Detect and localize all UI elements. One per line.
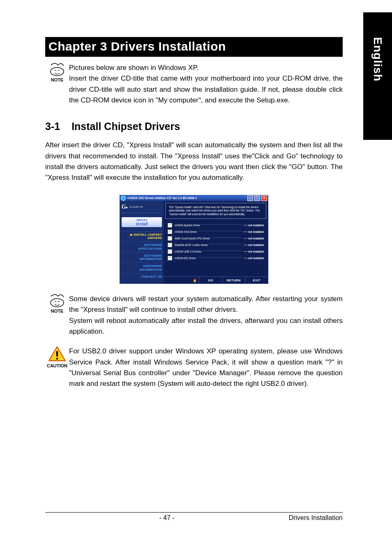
checkbox[interactable]: ✓ — [168, 243, 172, 247]
checkbox[interactable]: ✓ — [168, 256, 172, 260]
driver-row: ✓nVIDIA VGA Drivernot installed — [168, 230, 264, 234]
maximize-button[interactable]: □ — [254, 195, 260, 201]
return-button[interactable]: RETURN — [222, 277, 245, 283]
chapter-heading: Chapter 3 Drivers Installation — [45, 37, 343, 57]
exit-button[interactable]: EXIT — [245, 277, 268, 283]
xpress-install-badge: Xpress install — [122, 217, 162, 227]
brand-logo: G▸ GIGABYTE — [122, 201, 162, 213]
section-body-text: After insert the driver CD, "Xpress Inst… — [45, 140, 343, 183]
language-label: English — [371, 37, 384, 81]
driver-row: ✓AMD Cool'n'Quiet CPU Drivernot installe… — [168, 236, 264, 241]
intro-note-text: Pictures below are shown in Windows XP. … — [69, 63, 343, 106]
caution-text: For USB2.0 driver support under Windows … — [69, 346, 343, 389]
note-label: NOTE — [45, 77, 69, 82]
driver-row: ✓RealTek AC97 Codec Drivernot installed — [168, 243, 264, 247]
driver-row: ✓nVIDIA System Drivernot installed — [168, 223, 264, 227]
page-number: - 47 - — [159, 514, 175, 522]
close-button[interactable]: ✕ — [261, 195, 267, 201]
checkbox[interactable]: ✓ — [168, 249, 172, 254]
driver-row: ✓nVIDIA IDE Drivernot installed — [168, 256, 264, 260]
note-icon: NOTE — [45, 294, 69, 313]
minimize-button[interactable]: ‒ — [247, 195, 253, 201]
menu-contact-us[interactable]: CONTACT US — [122, 273, 162, 280]
language-side-tab: English — [363, 12, 392, 140]
note-icon: NOTE — [45, 63, 69, 82]
checkbox[interactable]: ✓ — [168, 236, 172, 241]
caution-icon: CAUTION — [45, 346, 69, 368]
page-footer: - 47 - Drivers Installation — [45, 512, 343, 522]
note-label: NOTE — [45, 309, 69, 313]
checkbox[interactable]: ✓ — [168, 230, 172, 234]
app-icon — [121, 196, 126, 201]
caution-label: CAUTION — [45, 363, 69, 368]
section-number: 3-1 — [45, 121, 60, 132]
menu-software-apps[interactable]: SOFTWARE APPLICATIONS — [122, 241, 162, 252]
driver-list: ✓nVIDIA System Drivernot installed ✓nVID… — [164, 220, 268, 276]
restart-note-text: Some device drivers will restart your sy… — [69, 294, 343, 337]
svg-rect-2 — [56, 351, 58, 357]
section-title-text: Install Chipset Drivers — [71, 121, 180, 132]
xpress-install-window: nVIDIA C51 Series Utilities CD Ver.1.0 B… — [120, 195, 268, 284]
fire-icon: 🔥 — [191, 277, 199, 283]
description-box: The "Xpress Install" uses the "Click and… — [165, 203, 266, 219]
go-button[interactable]: GO — [199, 277, 222, 283]
window-titlebar: nVIDIA C51 Series Utilities CD Ver.1.0 B… — [120, 195, 268, 201]
svg-point-3 — [56, 358, 58, 360]
window-title: nVIDIA C51 Series Utilities CD Ver.1.0 B… — [127, 196, 197, 200]
menu-software-info[interactable]: SOFTWARE INFORMATION — [122, 252, 162, 263]
checkbox[interactable]: ✓ — [168, 223, 172, 227]
menu-hardware-info[interactable]: HARDWARE INFORMATION — [122, 262, 162, 273]
driver-row: ✓nVIDIA USB 2.0 Drivernot installed — [168, 249, 264, 254]
menu-install-chipset[interactable]: INSTALL CHIPSET DRIVERS — [122, 231, 162, 242]
section-heading: 3-1 Install Chipset Drivers — [45, 121, 343, 132]
footer-section: Drivers Installation — [288, 514, 343, 522]
